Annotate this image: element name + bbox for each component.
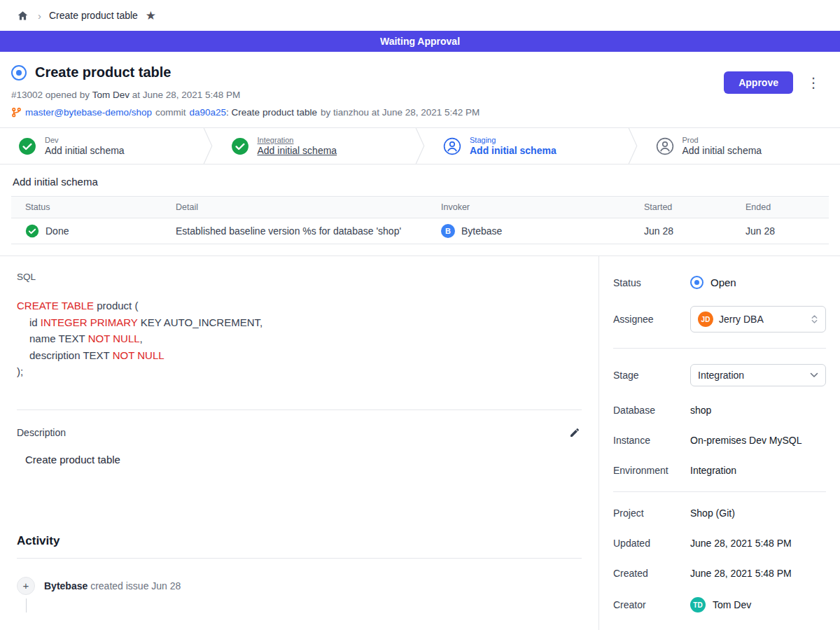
activity-heading: Activity	[17, 534, 582, 548]
sql-line: description TEXT NOT NULL	[17, 347, 582, 364]
activity-actor: Bytebase	[44, 580, 88, 592]
invoker-avatar: B	[441, 224, 455, 238]
task-done-check-icon	[25, 224, 39, 238]
task-table-header: Status Detail Invoker Started Ended	[11, 196, 829, 218]
edit-description-button[interactable]	[568, 426, 582, 440]
approval-banner: Waiting Approval	[0, 31, 840, 52]
activity-date: Jun 28	[151, 580, 181, 592]
database-label: Database	[613, 405, 690, 416]
activity-action: created issue	[90, 580, 148, 592]
task-started-date: Jun 28	[644, 225, 746, 237]
environment-value: Integration	[690, 465, 736, 476]
stage-staging[interactable]: StagingAdd initial schema	[425, 128, 628, 164]
sql-line: id INTEGER PRIMARY KEY AUTO_INCREMENT,	[17, 314, 582, 331]
issue-id: #13002	[11, 90, 43, 100]
main-panel: SQL CREATE TABLE product ( id INTEGER PR…	[0, 256, 598, 630]
col-invoker: Invoker	[441, 202, 644, 212]
sql-section-label: SQL	[17, 272, 582, 282]
task-table-row[interactable]: Done Established baseline version %s for…	[11, 218, 829, 244]
activity-divider	[17, 558, 582, 559]
home-icon[interactable]	[15, 8, 30, 23]
section-divider	[17, 410, 582, 410]
database-value: shop	[690, 405, 711, 416]
updated-value: June 28, 2021 5:48 PM	[690, 538, 792, 549]
commit-message: : Create product table	[226, 107, 317, 118]
sidebar-divider	[613, 348, 826, 349]
environment-label: Environment	[613, 465, 690, 476]
issue-opened-by-label: opened by	[46, 90, 90, 100]
stage-done-check-icon	[18, 137, 36, 155]
assignee-avatar: JD	[698, 312, 713, 327]
breadcrumb-page-title: Create product table	[49, 10, 138, 21]
created-value: June 28, 2021 5:48 PM	[690, 568, 792, 579]
stage-separator	[628, 128, 638, 164]
commit-row: master@bytebase-demo/shop commit da90a25…	[11, 107, 479, 118]
project-value: Shop (Git)	[690, 507, 735, 519]
created-label: Created	[613, 568, 690, 579]
col-status: Status	[25, 202, 176, 212]
stage-separator	[415, 128, 425, 164]
stage-env-label: Integration	[258, 136, 337, 144]
stage-label: Stage	[613, 370, 690, 381]
stage-separator	[203, 128, 213, 164]
chevron-down-icon	[810, 372, 818, 378]
description-text: Create product table	[25, 454, 582, 465]
issue-header: Create product table #13002 opened by To…	[0, 52, 840, 127]
creator-value: Tom Dev	[713, 599, 751, 610]
stage-dev[interactable]: DevAdd initial schema	[0, 128, 203, 164]
stage-task-label: Add initial schema	[45, 145, 125, 156]
description-label: Description	[17, 427, 66, 438]
sidebar-divider	[613, 491, 826, 492]
assignee-select[interactable]: JD Jerry DBA	[690, 306, 826, 332]
task-invoker-name: Bytebase	[461, 225, 502, 237]
issue-opened-time: June 28, 2021 5:48 PM	[143, 90, 241, 100]
stage-env-label: Staging	[470, 136, 556, 144]
commit-byline: by tianzhou at June 28, 2021 5:42 PM	[321, 107, 479, 118]
stage-integration[interactable]: IntegrationAdd initial schema	[213, 128, 416, 164]
creator-avatar: TD	[690, 597, 706, 612]
activity-item: + Bytebase created issue Jun 28	[17, 577, 582, 595]
favorite-star-icon[interactable]: ★	[146, 10, 156, 22]
sql-code-block: CREATE TABLE product ( id INTEGER PRIMAR…	[17, 298, 582, 380]
task-detail-text: Established baseline version %s for data…	[176, 225, 441, 237]
pencil-icon	[569, 427, 580, 438]
col-started: Started	[644, 202, 746, 212]
issue-at-label: at	[132, 90, 140, 100]
col-ended: Ended	[746, 202, 829, 212]
status-value: Open	[710, 276, 736, 288]
stage-prod[interactable]: ProdAdd initial schema	[638, 128, 840, 164]
approval-banner-text: Waiting Approval	[380, 36, 460, 47]
stage-done-check-icon	[231, 137, 249, 155]
git-branch-icon	[11, 107, 22, 118]
assignee-value: Jerry DBA	[719, 314, 764, 325]
commit-hash-link[interactable]: da90a25	[190, 107, 227, 118]
stage-select[interactable]: Integration	[690, 364, 826, 386]
creator-label: Creator	[613, 599, 690, 610]
issue-meta: #13002 opened by Tom Dev at June 28, 202…	[11, 90, 479, 100]
more-options-icon[interactable]: ⋮	[804, 74, 823, 91]
stage-pending-person-icon	[656, 137, 674, 155]
col-detail: Detail	[176, 202, 441, 212]
breadcrumb-chevron-icon: ›	[38, 10, 41, 22]
updown-chevron-icon	[811, 314, 818, 324]
task-status-text: Done	[46, 225, 69, 237]
approve-button[interactable]: Approve	[724, 71, 793, 94]
task-ended-date: Jun 28	[746, 225, 829, 237]
commit-repo-link[interactable]: master@bytebase-demo/shop	[25, 107, 152, 118]
issue-status-open-icon	[11, 65, 27, 80]
status-open-icon	[690, 276, 704, 289]
issue-author: Tom Dev	[92, 90, 130, 100]
content-area: SQL CREATE TABLE product ( id INTEGER PR…	[0, 256, 840, 630]
assignee-label: Assignee	[613, 314, 690, 325]
sql-line: CREATE TABLE product (	[17, 298, 582, 314]
stage-task-label: Add initial schema	[258, 145, 337, 156]
stage-task-label: Add initial schema	[470, 145, 556, 156]
task-section-title: Add initial schema	[13, 176, 829, 188]
issue-header-left: Create product table #13002 opened by To…	[11, 64, 479, 118]
status-label: Status	[613, 277, 690, 288]
issue-header-actions: Approve ⋮	[724, 71, 823, 94]
updated-label: Updated	[613, 538, 690, 549]
issue-title: Create product table	[35, 64, 171, 80]
commit-word: commit	[155, 107, 186, 118]
pipeline-stage-bar: DevAdd initial schema IntegrationAdd ini…	[0, 127, 840, 164]
